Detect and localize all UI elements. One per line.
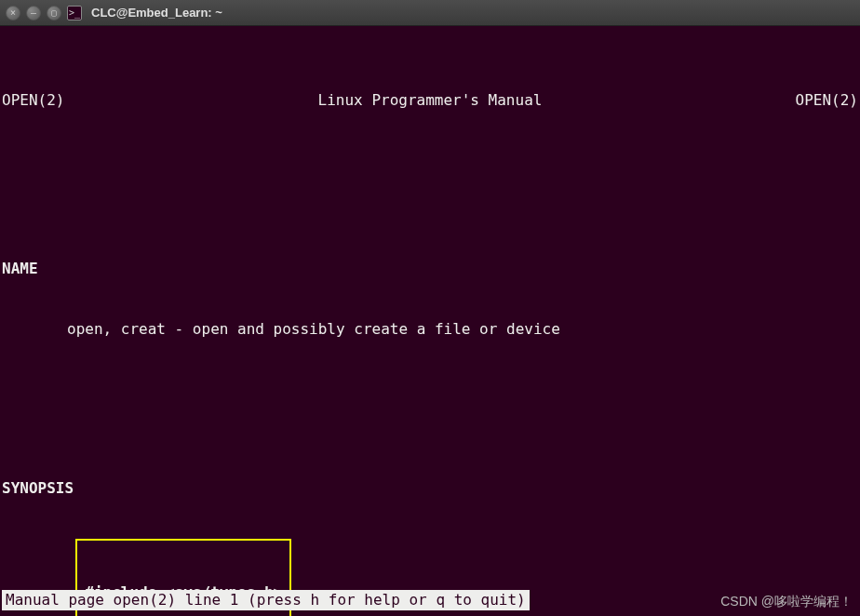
- watermark-text: CSDN @哆啦学编程！: [720, 593, 853, 610]
- window-titlebar: × – ▢ >_ CLC@Embed_Learn: ~: [0, 0, 860, 26]
- name-line: open, creat - open and possibly create a…: [2, 319, 858, 340]
- man-section-left: OPEN(2): [2, 90, 64, 111]
- heading-synopsis: SYNOPSIS: [2, 478, 858, 499]
- window-title: CLC@Embed_Learn: ~: [91, 5, 222, 21]
- close-icon[interactable]: ×: [6, 6, 20, 20]
- maximize-icon[interactable]: ▢: [47, 6, 61, 20]
- man-section-right: OPEN(2): [796, 90, 858, 111]
- heading-name: NAME: [2, 259, 858, 279]
- man-header-row: OPEN(2) Linux Programmer's Manual OPEN(2…: [2, 90, 858, 111]
- terminal-icon: >_: [67, 6, 82, 20]
- terminal-viewport[interactable]: OPEN(2) Linux Programmer's Manual OPEN(2…: [0, 26, 860, 616]
- man-status-line: Manual page open(2) line 1 (press h for …: [2, 590, 530, 610]
- minimize-icon[interactable]: –: [26, 6, 41, 20]
- man-title-center: Linux Programmer's Manual: [318, 90, 543, 111]
